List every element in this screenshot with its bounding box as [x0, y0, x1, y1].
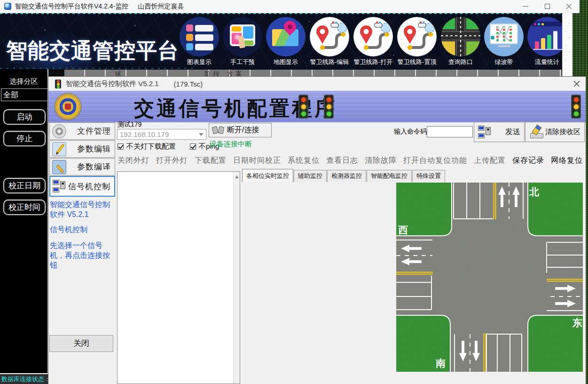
correct-time-button[interactable]: 校正时间: [3, 200, 46, 215]
nav-file-management[interactable]: 文件管理: [49, 122, 115, 140]
police-badge-icon: [55, 94, 81, 120]
tab-auxiliary[interactable]: 辅助监控: [294, 170, 327, 182]
query-intersection-icon: [441, 17, 480, 56]
dialog-title: 智能交通信号控制软件 V5.2.1: [66, 80, 159, 88]
toolbar-chart-display[interactable]: 图表显示: [178, 17, 221, 66]
module-text: 信号机控制: [50, 224, 117, 234]
panel-close-button[interactable]: 关闭: [49, 335, 113, 352]
traffic-light-icon: [571, 95, 581, 119]
no-light-label: 不关灯下载配置: [126, 142, 176, 151]
options-row: 不关灯下载配置 不ping: [118, 142, 219, 151]
start-button[interactable]: 启动: [3, 109, 46, 125]
db-status-bar: 数据库连接状态：: [0, 373, 48, 384]
clear-receive-button[interactable]: 清除接收区: [525, 122, 585, 142]
no-light-checkbox[interactable]: [118, 144, 124, 150]
chevron-down-icon: [199, 133, 204, 138]
manual-intervention-icon: [223, 17, 262, 56]
listbox-scrollbar[interactable]: [233, 172, 240, 384]
background-table-header: 状 阶段 方案: [48, 69, 562, 77]
scrollbar-up-arrow-icon: [235, 174, 239, 178]
connection-status: 设备连接中断: [210, 140, 252, 149]
intersection-diagram: 北 西 东 南: [396, 183, 583, 372]
menu-lights-on[interactable]: 打开外灯: [156, 156, 188, 166]
device-ip-value: 192.168.10.179: [120, 130, 169, 138]
chart-display-icon: [180, 17, 219, 56]
menu-system-reset[interactable]: 系统复位: [288, 156, 320, 166]
network-computers-icon: [53, 179, 67, 193]
cd-icon: [52, 124, 66, 138]
main-window-title: 智能交通信号控制平台软件V4.2.4-监控: [15, 2, 128, 11]
command-input[interactable]: [427, 126, 473, 137]
background-col-label: 阶段 方案: [204, 70, 245, 77]
menu-clear-fault[interactable]: 清除故障: [365, 156, 397, 166]
guard-route-open-icon: [353, 17, 393, 56]
background-col-label: 状: [115, 70, 121, 77]
flow-statistics-icon: [527, 17, 562, 56]
toolbar-map-display[interactable]: 地图显示: [264, 17, 307, 66]
wrench-icon: [52, 160, 66, 174]
about-text: 智能交通信号控制软件 V5.2.1: [50, 200, 117, 219]
dialog-close-button[interactable]: [573, 80, 580, 87]
traffic-light-icon: [55, 80, 61, 88]
stop-button[interactable]: 停止: [3, 131, 46, 146]
maximize-button[interactable]: [536, 0, 558, 13]
app-icon: [4, 3, 11, 10]
hint-text: 先选择一个信号机，再点击连接按钮: [50, 240, 117, 270]
desktop: 智能交通信号控制平台软件V4.2.4-监控 山西忻州定襄县 智能交通管控平台 图…: [0, 0, 588, 384]
green-wave-icon: [484, 17, 524, 56]
guard-route-top-icon: [397, 17, 437, 56]
menu-auto-reset[interactable]: 打开自动复位功能: [403, 156, 467, 166]
tab-power[interactable]: 智能配电监控: [367, 170, 412, 182]
minimize-icon: [523, 6, 528, 7]
menu-datetime-correct[interactable]: 日期时间校正: [233, 156, 281, 166]
brush-icon: [529, 125, 543, 139]
partition-select[interactable]: 全部: [1, 88, 48, 101]
sidebar: 选择分区 全部 启动 停止 校正日期 校正时间: [0, 69, 48, 373]
pencil-icon: [52, 142, 66, 156]
device-ip-select[interactable]: 192.168.10.179: [117, 129, 206, 140]
signal-listbox[interactable]: [117, 171, 240, 384]
menu-network-reset[interactable]: 网络复位: [551, 156, 583, 166]
toolbar-guard-route-edit[interactable]: 警卫线路-编辑: [308, 17, 351, 66]
dialog-titlebar: 智能交通信号控制软件 V5.2.1 (179.Tsc): [48, 77, 586, 91]
menu-save-record[interactable]: 保存记录: [512, 156, 544, 166]
send-button[interactable]: 发送: [474, 122, 525, 142]
correct-date-button[interactable]: 校正日期: [3, 178, 46, 193]
monitor-tabs: 各相位实时监控 辅助监控 检测器监控 智能配电监控 特殊设置: [242, 171, 446, 182]
nav-signal-machine-control[interactable]: 信号机控制: [49, 176, 115, 197]
partition-label: 选择分区: [0, 77, 47, 86]
toolbar-green-wave[interactable]: 绿波带: [482, 17, 525, 66]
toolbar-flow-statistics[interactable]: 流量统计: [525, 17, 562, 66]
command-label: 输入命令码: [394, 128, 427, 136]
dialog-header-banner: 交通信号机配置程序: [48, 91, 586, 122]
connect-button[interactable]: 断开/连接: [209, 123, 272, 137]
tab-phase-realtime[interactable]: 各相位实时监控: [242, 169, 293, 182]
toolbar-query-intersection[interactable]: 查询路口: [439, 17, 482, 66]
menu-lights-off[interactable]: 关闭外灯: [118, 156, 149, 166]
minimize-button[interactable]: [515, 0, 536, 13]
menu-view-log[interactable]: 查看日志: [326, 156, 358, 166]
no-ping-checkbox[interactable]: [190, 144, 196, 150]
traffic-light-icon: [324, 95, 334, 119]
plug-icon: [212, 126, 224, 135]
command-menu: 关闭外灯 打开外灯 下载配置 日期时间校正 系统复位 查看日志 清除故障 打开自…: [118, 156, 583, 166]
guard-route-edit-icon: [310, 17, 349, 56]
tab-special[interactable]: 特殊设置: [412, 170, 445, 182]
main-window-titlebar: 智能交通信号控制平台软件V4.2.4-监控 山西忻州定襄县: [0, 0, 580, 13]
toolbar-guard-route-top[interactable]: 警卫线路-置顶: [395, 17, 439, 66]
nav-parameter-edit[interactable]: 参数编辑: [49, 140, 115, 158]
dialog-file-tag: (179.Tsc): [174, 80, 203, 88]
toolbar-manual-intervention[interactable]: 手工干预: [221, 17, 264, 66]
background-table-cells: [64, 70, 562, 77]
close-icon: [566, 3, 572, 9]
banner: 智能交通管控平台 图表显示 手工干预 地图显: [0, 13, 562, 69]
toolbar-guard-route-open[interactable]: 警卫线路-打开: [352, 17, 395, 66]
map-display-icon: [266, 17, 306, 56]
tab-detector[interactable]: 检测器监控: [327, 170, 366, 182]
device-name-label: 测试179: [118, 120, 141, 129]
menu-download-config[interactable]: 下载配置: [195, 156, 227, 166]
close-button[interactable]: [558, 0, 580, 13]
signal-control-dialog: 智能交通信号控制软件 V5.2.1 (179.Tsc) 交通信号机配置程序 文件…: [48, 77, 586, 384]
nav-parameter-compile[interactable]: 参数编译: [49, 158, 115, 176]
menu-upload-config[interactable]: 上传配置: [474, 156, 506, 166]
